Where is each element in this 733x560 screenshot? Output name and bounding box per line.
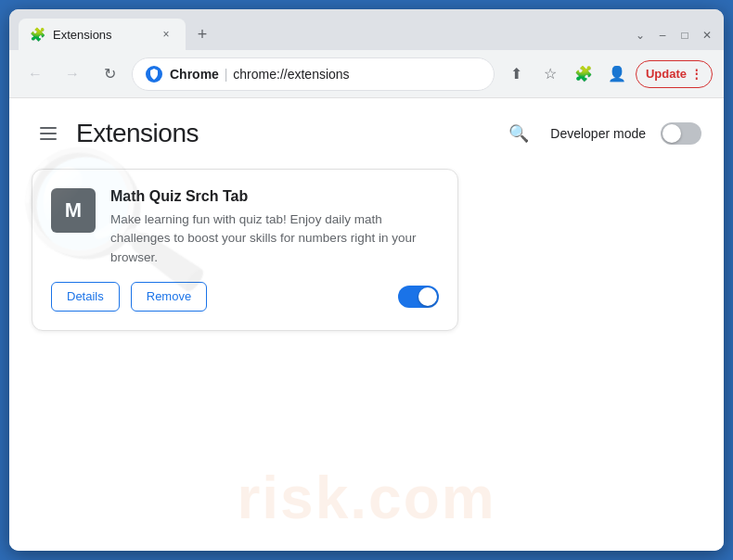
update-button[interactable]: Update ⋮ bbox=[636, 60, 713, 88]
search-button[interactable]: 🔍 bbox=[502, 117, 535, 150]
toolbar-actions: ⬆ ☆ 🧩 👤 Update ⋮ bbox=[502, 59, 713, 89]
close-button[interactable]: ✕ bbox=[700, 28, 714, 43]
extension-enable-toggle[interactable] bbox=[398, 286, 439, 308]
minimize-button[interactable]: – bbox=[655, 28, 670, 43]
profile-button[interactable]: 👤 bbox=[602, 59, 632, 89]
details-button[interactable]: Details bbox=[51, 282, 120, 312]
reload-button[interactable]: ↻ bbox=[95, 59, 124, 89]
watermark-text: risk.com bbox=[237, 464, 495, 532]
back-button[interactable]: ← bbox=[20, 59, 50, 89]
extensions-button[interactable]: 🧩 bbox=[569, 59, 598, 89]
extension-card-container: M Math Quiz Srch Tab Make learning fun w… bbox=[9, 159, 724, 350]
chevron-down-button[interactable]: ⌄ bbox=[633, 28, 648, 43]
developer-mode-label: Developer mode bbox=[550, 126, 646, 141]
menu-button[interactable] bbox=[32, 117, 65, 150]
address-bar[interactable]: Chrome | chrome://extensions bbox=[132, 57, 495, 91]
address-site-name: Chrome | chrome://extensions bbox=[170, 67, 350, 82]
extension-info: Math Quiz Srch Tab Make learning fun wit… bbox=[110, 188, 439, 267]
tab-title: Extensions bbox=[53, 28, 150, 42]
toggle-knob bbox=[662, 124, 681, 143]
active-tab[interactable]: 🧩 Extensions × bbox=[19, 19, 186, 50]
extension-card: M Math Quiz Srch Tab Make learning fun w… bbox=[32, 169, 458, 331]
tab-close-button[interactable]: × bbox=[158, 26, 174, 43]
header-right: 🔍 Developer mode bbox=[502, 117, 701, 150]
extension-toggle-knob bbox=[418, 287, 437, 306]
extensions-header: Extensions 🔍 Developer mode bbox=[9, 98, 724, 159]
browser-window: 🧩 Extensions × + ⌄ – □ ✕ ← → ↻ Chrome | … bbox=[9, 9, 724, 551]
developer-mode-toggle[interactable] bbox=[661, 122, 701, 145]
share-button[interactable]: ⬆ bbox=[502, 59, 532, 89]
extension-description: Make learning fun with quiz tab! Enjoy d… bbox=[110, 210, 439, 267]
forward-button[interactable]: → bbox=[58, 59, 87, 89]
page-content: 🔍 risk.com Extensions 🔍 Developer mode bbox=[9, 98, 724, 551]
title-bar: 🧩 Extensions × + ⌄ – □ ✕ bbox=[9, 9, 724, 50]
window-controls: ⌄ – □ ✕ bbox=[633, 28, 714, 43]
new-tab-button[interactable]: + bbox=[189, 21, 215, 47]
remove-button[interactable]: Remove bbox=[131, 282, 207, 312]
bookmark-button[interactable]: ☆ bbox=[535, 59, 565, 89]
site-security-icon bbox=[146, 66, 162, 83]
maximize-button[interactable]: □ bbox=[677, 28, 692, 43]
toolbar: ← → ↻ Chrome | chrome://extensions ⬆ ☆ 🧩… bbox=[9, 50, 724, 98]
page-title: Extensions bbox=[76, 119, 199, 148]
tab-puzzle-icon: 🧩 bbox=[30, 27, 45, 42]
extension-icon: M bbox=[51, 188, 96, 233]
extension-card-top: M Math Quiz Srch Tab Make learning fun w… bbox=[51, 188, 439, 267]
extension-name: Math Quiz Srch Tab bbox=[110, 188, 439, 205]
extension-card-bottom: Details Remove bbox=[51, 282, 439, 312]
